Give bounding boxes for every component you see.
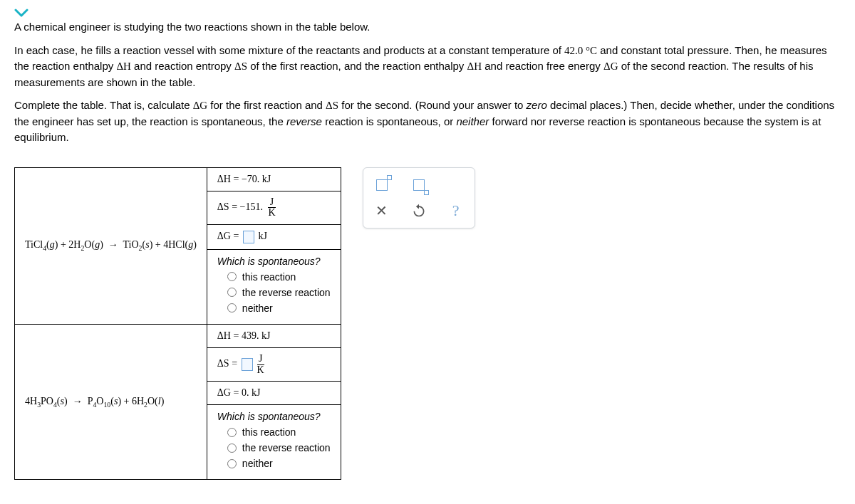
intro-text: and reaction free energy (482, 60, 603, 72)
r2-radio-this[interactable] (227, 428, 237, 437)
r1-radio-reverse[interactable] (227, 288, 237, 297)
delta-g-value: = 0. kJ (231, 387, 260, 398)
undo-icon (412, 204, 426, 218)
unit-fraction: JK (268, 197, 275, 219)
delta-h: ΔH (467, 61, 482, 72)
radio-label: the reverse reaction (242, 287, 331, 298)
zero-word: zero (527, 99, 547, 111)
r1-radio-this[interactable] (227, 272, 237, 281)
delta-h: ΔH (116, 61, 130, 72)
delta-s-label: ΔS (217, 201, 229, 212)
r1-radio-neither[interactable] (227, 303, 237, 313)
neither-word: neither (456, 115, 489, 127)
delta-h-value: = −70. kJ (231, 174, 271, 184)
delta-s: ΔS (326, 100, 338, 111)
frac-denominator: K (257, 364, 264, 376)
reaction-2-equation: 4H3PO4(s) → P4O10(s) + 6H2O(l) (15, 324, 207, 479)
r2-radio-reverse[interactable] (227, 443, 237, 453)
delta-s-label: ΔS (217, 358, 229, 369)
delta-g-label: ΔG (217, 231, 231, 241)
help-button[interactable]: ? (447, 202, 465, 219)
r2-radio-neither[interactable] (227, 459, 237, 468)
spontaneity-question: Which is spontaneous? (217, 256, 331, 267)
r1-delta-s-cell: ΔS = −151. JK (207, 191, 341, 224)
intro-text: of the first reaction, and the reaction … (247, 60, 467, 72)
delta-g: ΔG (603, 61, 618, 72)
r1-delta-h-cell: ΔH = −70. kJ (207, 167, 341, 191)
r2-delta-s-cell: ΔS = JK (207, 347, 341, 381)
r2-delta-g-cell: ΔG = 0. kJ (207, 382, 341, 405)
delta-g: ΔG (193, 100, 207, 111)
delta-g-unit: kJ (256, 231, 267, 241)
delta-g-label: ΔG (217, 387, 231, 398)
r1-spontaneity-cell: Which is spontaneous? this reaction the … (207, 249, 341, 324)
intro-text: reaction is spontaneous, or (322, 115, 456, 127)
frac-numerator: J (268, 197, 275, 208)
r1-delta-g-cell: ΔG = kJ (207, 224, 341, 249)
delta-s: ΔS (234, 61, 247, 72)
intro-text: In each case, he fills a reaction vessel… (14, 44, 564, 56)
chevron-down-icon[interactable] (14, 9, 28, 17)
intro-text: and reaction entropy (131, 60, 234, 72)
frac-denominator: K (268, 207, 275, 219)
delta-h-value: = 439. kJ (231, 330, 270, 341)
delta-h-label: ΔH (217, 330, 231, 341)
r2-delta-h-cell: ΔH = 439. kJ (207, 324, 341, 347)
input-toolbox: ✕ ? (363, 167, 475, 229)
reactions-table: TiCl4(g) + 2H2O(g) → TiO2(s) + 4HCl(g) Δ… (14, 167, 341, 481)
undo-button[interactable] (410, 202, 428, 219)
subscript-button[interactable] (410, 177, 428, 194)
reaction-1-equation: TiCl4(g) + 2H2O(g) → TiO2(s) + 4HCl(g) (15, 167, 207, 324)
intro-text: for the first reaction and (207, 99, 326, 111)
r1-delta-g-input[interactable] (243, 231, 254, 243)
delta-s-value: = −151. (229, 201, 266, 212)
radio-label: this reaction (242, 426, 296, 438)
clear-button[interactable]: ✕ (373, 202, 390, 219)
frac-numerator: J (257, 354, 264, 364)
radio-label: neither (242, 458, 273, 469)
superscript-icon (376, 179, 388, 191)
intro-text: for the second. (Round your answer to (338, 99, 526, 111)
equals: = (231, 231, 242, 241)
superscript-button[interactable] (373, 177, 390, 194)
radio-label: this reaction (242, 271, 296, 283)
r2-spontaneity-cell: Which is spontaneous? this reaction the … (207, 405, 341, 480)
radio-label: the reverse reaction (242, 442, 331, 453)
equals: = (229, 358, 240, 369)
temperature-value: 42.0 °C (564, 45, 597, 56)
problem-statement: A chemical engineer is studying the two … (14, 19, 841, 146)
subscript-icon (413, 179, 425, 191)
r2-delta-s-input[interactable] (242, 358, 253, 371)
radio-label: neither (242, 303, 273, 314)
delta-h-label: ΔH (217, 174, 231, 184)
unit-fraction: JK (257, 354, 264, 375)
intro-text: A chemical engineer is studying the two … (14, 21, 370, 33)
reverse-word: reverse (286, 115, 322, 127)
intro-text: Complete the table. That is, calculate (14, 99, 193, 111)
spontaneity-question: Which is spontaneous? (217, 411, 331, 422)
